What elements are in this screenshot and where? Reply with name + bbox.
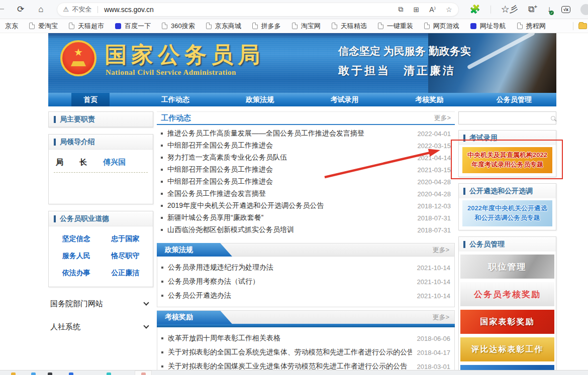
moral-link[interactable]: 恪尽职守	[101, 252, 150, 261]
home-icon[interactable]: ⌂	[38, 5, 43, 14]
policy-link[interactable]: 公务员录用考察办法（试行）	[168, 277, 259, 286]
bookmark-item[interactable]: 百度一下	[115, 22, 151, 31]
govt-sites-dropdown[interactable]: 国务院部门网站	[48, 297, 153, 310]
news-link[interactable]: 新疆叶城公务员享用“廉政套餐”	[167, 213, 263, 222]
moral-link[interactable]: 坚定信念	[52, 234, 101, 243]
send-to-device-icon[interactable]: ⧉	[398, 5, 403, 14]
management-banner[interactable]: 国家表彰奖励	[460, 310, 554, 334]
back-icon[interactable]	[0, 9, 4, 10]
nav-item[interactable]: 考试录用	[303, 93, 387, 106]
bookmark-item[interactable]: 一键重装	[378, 22, 413, 31]
bookmark-item[interactable]: 360搜索	[162, 22, 195, 31]
bookmark-item[interactable]: 淘宝网	[292, 22, 321, 31]
read-aloud-icon[interactable]: A⁾	[429, 6, 436, 14]
add-favorite-icon[interactable]: ☆	[446, 6, 452, 14]
duties-box[interactable]: 局主要职责	[48, 111, 153, 128]
policy-row[interactable]: 公务员录用违规违纪行为处理办法 2021-10-14	[161, 261, 450, 275]
apps-grid-icon[interactable]: ⊞	[413, 6, 419, 14]
awards-tab[interactable]: 考核奖励	[157, 311, 232, 324]
bookmark-item[interactable]: 京东	[5, 22, 18, 31]
taskbar-icon[interactable]	[69, 372, 73, 375]
news-row[interactable]: 中组部召开全国公务员工作推进会 2021-03-15	[161, 164, 451, 176]
bookmark-item[interactable]: 爱淘宝	[29, 22, 58, 31]
news-link[interactable]: 推进公务员工作高质量发展——全国公务员工作推进会发言摘登	[167, 129, 364, 138]
news-link[interactable]: 全国公务员工作推进会发言摘登	[167, 189, 266, 198]
selection-2022-banner[interactable]: 2022年度中央机关公开遴选 和公开选调公务员专题	[462, 200, 552, 226]
news-title[interactable]: 工作动态	[161, 113, 191, 123]
moral-link[interactable]: 忠于国家	[101, 234, 150, 243]
refresh-icon[interactable]: ⟳	[17, 5, 24, 14]
profile-avatar[interactable]	[580, 4, 588, 15]
taskbar-icon[interactable]	[11, 372, 16, 375]
nav-item[interactable]: 政策法规	[218, 93, 303, 106]
moral-link[interactable]: 公正廉洁	[101, 269, 150, 278]
favorites-bar-icon[interactable]: ☆彡	[501, 5, 518, 14]
bookmark-item[interactable]: 天猫超市	[69, 22, 104, 31]
extensions-icon[interactable]: 🧩	[470, 5, 480, 14]
bookmark-item[interactable]: 京东商城	[206, 22, 241, 31]
news-row[interactable]: 全国公务员工作推进会发言摘登 2020-04-28	[161, 188, 451, 200]
news-row[interactable]: 推进公务员工作高质量发展——全国公务员工作推进会发言摘登 2022-04-01	[161, 128, 451, 140]
news-row[interactable]: 中组部召开全国公务员工作推进会 2022-03-15	[161, 140, 451, 152]
duties-title[interactable]: 局主要职责	[60, 115, 95, 124]
news-row[interactable]: 中组部召开全国公务员工作推进会 2020-04-28	[161, 176, 451, 188]
policy-tab[interactable]: 政策法规	[157, 243, 232, 257]
awards-link[interactable]: 改革开放四十周年表彰工作相关表格	[168, 334, 280, 343]
search-input[interactable]	[462, 113, 551, 123]
awards-row[interactable]: 改革开放四十周年表彰工作相关表格 2018-06-06	[161, 331, 450, 345]
policy-row[interactable]: 公务员录用考察办法（试行） 2021-10-14	[161, 275, 450, 289]
bookmark-item[interactable]: 网页游戏	[424, 22, 459, 31]
news-row[interactable]: 山西临汾尧都区创新模式抓实公务员培训 2018-07-31	[161, 224, 451, 236]
leader-name-link[interactable]: 傅兴国	[103, 158, 126, 167]
management-banner[interactable]: 职位管理	[460, 255, 554, 279]
news-link[interactable]: 山西临汾尧都区创新模式抓实公务员培训	[167, 225, 294, 234]
nav-item[interactable]: 工作动态	[133, 93, 218, 106]
awards-date: 2018-06-06	[412, 335, 451, 342]
taskbar-icon[interactable]	[107, 372, 111, 375]
nav-item[interactable]: 公务员管理	[472, 93, 557, 106]
bookmark-item[interactable]: 天猫精选	[332, 22, 367, 31]
selection-title[interactable]: 公开遴选和公开选调	[469, 187, 533, 196]
news-link[interactable]: 2019年度中央机关公开遴选和公开选调公务员公告	[167, 201, 324, 210]
news-link[interactable]: 中组部召开全国公务员工作推进会	[167, 177, 273, 186]
management-banner[interactable]: 公务员考核奖励	[460, 282, 554, 306]
taskbar-active-slot[interactable]	[135, 370, 152, 375]
news-row[interactable]: 新疆叶城公务员享用“廉政套餐” 2018-07-31	[161, 212, 451, 224]
url-text[interactable]: www.scs.gov.cn	[104, 6, 154, 14]
awards-link[interactable]: 关于对拟表彰的全国工会系统先进集体、劳动模范和先进工作者进行公示的公告	[168, 348, 412, 357]
news-more-link[interactable]: 更多>	[434, 113, 451, 122]
site-search-box[interactable]	[458, 111, 556, 124]
search-icon[interactable]	[551, 116, 555, 120]
collections-icon[interactable]: ⧉⁺	[528, 5, 537, 14]
management-title[interactable]: 公务员管理	[469, 240, 505, 249]
policy-more-link[interactable]: 更多>	[432, 245, 449, 255]
nav-item[interactable]: 首页	[48, 93, 133, 106]
hr-system-dropdown[interactable]: 人社系统	[48, 320, 153, 333]
management-banner[interactable]: 评比达标表彰工作	[460, 337, 554, 361]
moral-link[interactable]: 依法办事	[52, 269, 101, 278]
other-favorites-folder-icon[interactable]	[578, 23, 587, 29]
taskbar-icon[interactable]	[48, 372, 52, 375]
nav-item[interactable]: 考核奖励	[387, 93, 472, 106]
bookmark-item[interactable]: 拼多多	[252, 22, 281, 31]
awards-row[interactable]: 关于对拟表彰的全国工会系统先进集体、劳动模范和先进工作者进行公示的公告 2018…	[161, 345, 450, 359]
policy-link[interactable]: 公务员公开遴选办法	[168, 291, 231, 300]
moral-link[interactable]: 服务人民	[52, 252, 101, 261]
exam-title[interactable]: 考试录用	[469, 134, 498, 143]
bookmark-item[interactable]: 网址导航	[470, 22, 506, 31]
address-bar[interactable]: ⚠ 不安全 www.scs.gov.cn ⧉ ⊞ A⁾ ☆	[57, 3, 459, 17]
news-row[interactable]: 2019年度中央机关公开遴选和公开选调公务员公告 2018-12-03	[161, 200, 451, 212]
exam-2022-banner[interactable]: 中央机关及其直属机构2022 年度考试录用公务员专题	[462, 147, 552, 173]
math-solver-icon[interactable]: √x	[561, 6, 570, 13]
news-link[interactable]: 中组部召开全国公务员工作推进会	[167, 141, 273, 150]
awards-more-link[interactable]: 更多>	[432, 313, 449, 322]
taskbar-icon[interactable]	[31, 372, 36, 375]
downloads-icon[interactable]: ↓✓	[547, 5, 552, 14]
news-link[interactable]: 努力打造一支高素质专业化公务员队伍	[167, 153, 287, 162]
policy-row[interactable]: 公务员公开遴选办法 2021-10-14	[161, 289, 450, 303]
security-warning-icon[interactable]: ⚠	[63, 6, 69, 13]
news-link[interactable]: 中组部召开全国公务员工作推进会	[167, 165, 273, 174]
news-row[interactable]: 努力打造一支高素质专业化公务员队伍 2021-04-14	[161, 152, 451, 164]
bookmark-item[interactable]: 携程网	[517, 22, 546, 31]
policy-link[interactable]: 公务员录用违规违纪行为处理办法	[168, 263, 273, 272]
